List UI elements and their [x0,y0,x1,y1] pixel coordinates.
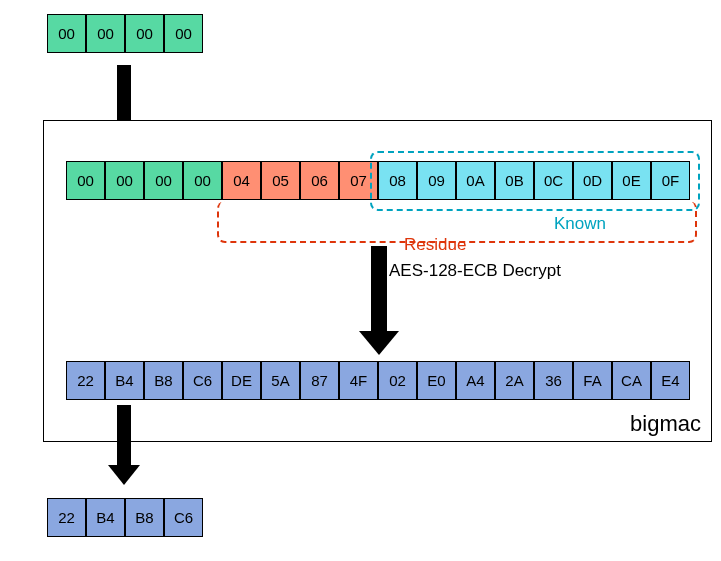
cell: CA [612,361,651,400]
cell: 00 [125,14,164,53]
arrow-down-icon [359,246,399,355]
cell: 00 [66,161,105,200]
cell: 22 [47,498,86,537]
cell: 06 [300,161,339,200]
decrypt-label: AES-128-ECB Decrypt [389,261,561,281]
cell: 87 [300,361,339,400]
cell: C6 [164,498,203,537]
known-label: Known [554,214,606,234]
bigmac-label: bigmac [630,411,701,437]
cell: E0 [417,361,456,400]
cell: B8 [125,498,164,537]
bigmac-box: 00 00 00 00 04 05 06 07 08 09 0A 0B 0C 0… [43,120,712,442]
arrow-down-icon [108,405,140,485]
cell: 02 [378,361,417,400]
cell: A4 [456,361,495,400]
cell: 00 [144,161,183,200]
cell: 00 [86,14,125,53]
cell: 00 [105,161,144,200]
cell: 22 [66,361,105,400]
cell: B8 [144,361,183,400]
residue-label: Residue [404,235,466,255]
cell: B4 [105,361,144,400]
cell: 05 [261,161,300,200]
cell: 36 [534,361,573,400]
cell: 00 [47,14,86,53]
cell: B4 [86,498,125,537]
cell: C6 [183,361,222,400]
cell: 5A [261,361,300,400]
cell: 04 [222,161,261,200]
cell: DE [222,361,261,400]
cell: 4F [339,361,378,400]
cell: 00 [183,161,222,200]
input-green-row: 00 00 00 00 [47,14,203,53]
cell: FA [573,361,612,400]
cell: E4 [651,361,690,400]
result-row: 22 B4 B8 C6 [47,498,203,537]
output-row: 22 B4 B8 C6 DE 5A 87 4F 02 E0 A4 2A 36 F… [66,361,690,400]
cell: 2A [495,361,534,400]
cell: 00 [164,14,203,53]
